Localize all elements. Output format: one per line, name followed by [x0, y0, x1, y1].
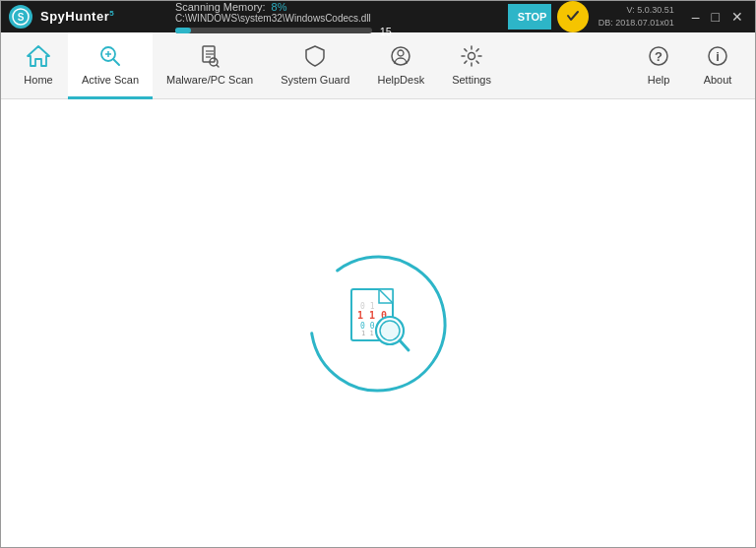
svg-point-15: [398, 50, 404, 56]
scan-graphic: 0 1 1 1 0 0 0 1 1: [299, 245, 457, 402]
nav-item-malware-scan[interactable]: Malware/PC Scan: [153, 32, 267, 99]
titlebar-actions: STOP V: 5.0.30.51 DB: 2018.07.01x01 – □ …: [508, 1, 747, 32]
nav-label-settings: Settings: [452, 74, 491, 86]
version-info: V: 5.0.30.51 DB: 2018.07.01x01: [598, 4, 674, 30]
system-guard-icon: [301, 42, 329, 70]
svg-point-16: [469, 53, 475, 60]
svg-line-30: [400, 340, 409, 350]
svg-text:S: S: [18, 12, 25, 23]
svg-text:?: ?: [655, 49, 662, 64]
register-button[interactable]: [557, 1, 589, 32]
active-scan-icon: [96, 42, 124, 70]
about-icon: i: [704, 42, 731, 70]
scanning-percent: 8%: [272, 1, 287, 13]
scan-info: Scanning Memory: 8% C:\WINDOWS\system32\…: [175, 1, 508, 33]
nav-item-home[interactable]: Home: [9, 32, 68, 99]
toolbar: Home Active Scan: [1, 32, 755, 99]
nav-label-system-guard: System Guard: [281, 74, 349, 86]
nav-item-active-scan[interactable]: Active Scan: [68, 32, 153, 99]
app-logo: S: [9, 5, 32, 29]
nav-item-system-guard[interactable]: System Guard: [267, 32, 363, 99]
app-version-sup: 5: [109, 9, 114, 18]
scanning-path: C:\WINDOWS\system32\WindowsCodecs.dll: [175, 13, 508, 24]
nav-right: ? Help i About: [629, 32, 747, 99]
nav-label-about: About: [704, 74, 732, 86]
helpdesk-icon: [387, 42, 414, 70]
stop-button[interactable]: STOP: [508, 4, 551, 30]
svg-text:i: i: [716, 49, 720, 64]
svg-text:1 1: 1 1: [361, 330, 374, 337]
nav-label-help: Help: [648, 74, 670, 86]
nav-item-helpdesk[interactable]: HelpDesk: [363, 32, 438, 99]
nav-label-home: Home: [24, 74, 52, 86]
svg-marker-3: [28, 46, 49, 66]
nav-label-malware-scan: Malware/PC Scan: [166, 74, 253, 86]
db-version: DB: 2018.07.01x01: [598, 17, 674, 30]
version-number: V: 5.0.30.51: [598, 4, 674, 18]
minimize-button[interactable]: –: [688, 10, 704, 24]
titlebar: S SpyHunter5 Scanning Memory: 8% C:\WIND…: [1, 1, 755, 32]
maximize-button[interactable]: □: [708, 10, 724, 24]
svg-point-29: [380, 321, 400, 340]
svg-line-5: [113, 59, 119, 65]
scan-document-icon: 0 1 1 1 0 0 0 1 1: [334, 279, 422, 368]
malware-scan-icon: [196, 42, 223, 70]
progress-bar-fill: [175, 28, 191, 33]
nav-label-helpdesk: HelpDesk: [377, 74, 424, 86]
nav-label-active-scan: Active Scan: [82, 74, 139, 86]
nav-item-settings[interactable]: Settings: [438, 32, 505, 99]
app-title: SpyHunter5: [40, 9, 114, 24]
svg-line-13: [217, 65, 219, 67]
window-controls: – □ ✕: [688, 10, 747, 24]
scanning-label: Scanning Memory:: [175, 1, 266, 13]
settings-icon: [458, 42, 485, 70]
scan-count: 15: [380, 26, 392, 37]
scan-icon-center: 0 1 1 1 0 0 0 1 1: [334, 279, 422, 368]
home-icon: [25, 42, 52, 70]
help-icon: ?: [645, 42, 672, 70]
nav-item-about[interactable]: i About: [688, 32, 747, 99]
nav-item-help[interactable]: ? Help: [629, 32, 688, 99]
close-button[interactable]: ✕: [727, 10, 747, 24]
titlebar-left: S SpyHunter5: [9, 5, 175, 29]
register-icon: [564, 7, 582, 28]
app-window: S SpyHunter5 Scanning Memory: 8% C:\WIND…: [0, 0, 756, 548]
main-content: 0 1 1 1 0 0 0 1 1: [1, 99, 755, 547]
progress-bar-container: 15: [175, 28, 372, 33]
